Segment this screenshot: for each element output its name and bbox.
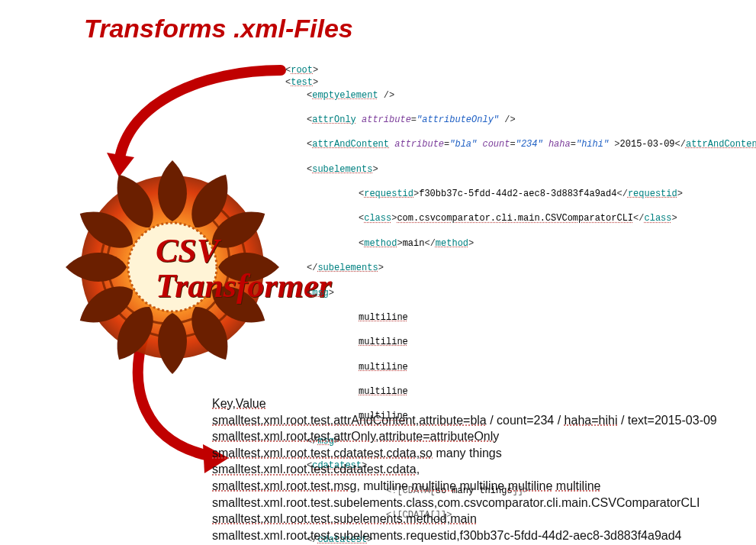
csv-text: haha=hihi bbox=[565, 414, 618, 427]
xml-tag-class: class bbox=[364, 213, 391, 224]
xml-text-multiline: multiline bbox=[359, 362, 408, 372]
csv-output-snippet: Key,Value smalltest.xml.root.test.attrAn… bbox=[212, 395, 731, 543]
csv-text: / count=234 / bbox=[487, 414, 565, 427]
xml-text: main bbox=[403, 238, 425, 249]
csv-text: / text=2015-03-09 bbox=[617, 414, 716, 427]
csv-text: multiline bbox=[456, 479, 508, 492]
logo-line1: CSV bbox=[156, 232, 219, 269]
csv-text: multiline bbox=[556, 479, 601, 492]
xml-tag-msg: msg bbox=[312, 288, 329, 298]
csv-text: multiline bbox=[411, 479, 456, 492]
xml-tag-close: requestid bbox=[628, 189, 677, 199]
xml-text: f30bb37c-5fdd-44d2-aec8-3d883f4a9ad4 bbox=[419, 189, 616, 199]
xml-attr-val: attributeOnly bbox=[422, 114, 494, 125]
xml-attr-name: haha bbox=[549, 139, 571, 150]
csv-text: multiline bbox=[508, 479, 553, 492]
csv-row: smalltest.xml.root.test.subelements.clas… bbox=[212, 496, 700, 509]
xml-tag-close: class bbox=[644, 213, 671, 224]
csv-row: smalltest.xml.root.test.subelements.requ… bbox=[212, 529, 681, 542]
csv-text: , multiline bbox=[356, 479, 411, 492]
xml-tag-method: method bbox=[364, 238, 397, 249]
xml-tag-sub: subelements bbox=[312, 164, 372, 175]
csv-row: smalltest.xml.root.test.cdatatest.cdata, bbox=[212, 463, 420, 476]
xml-tag-aac: attrAndContent bbox=[312, 139, 389, 150]
xml-text-multiline: multiline bbox=[359, 337, 408, 347]
xml-tag-close: method bbox=[436, 238, 468, 249]
xml-attr-name: attribute bbox=[362, 114, 411, 125]
xml-tag-close: subelements bbox=[317, 263, 378, 273]
xml-text: 2015-03-09 bbox=[620, 139, 675, 150]
xml-tag-root: root bbox=[291, 65, 313, 76]
csv-row: smalltest.xml.root.test.cdatatest.cdata,… bbox=[212, 447, 433, 460]
csv-row: smalltest.xml.root.test.attrOnly,attribu… bbox=[212, 430, 499, 443]
csv-row: smalltest.xml.root.test.attrAndContent,a… bbox=[212, 414, 487, 427]
xml-tag-close: attrAndContent bbox=[686, 139, 756, 150]
xml-attr-name: count bbox=[482, 139, 510, 150]
xml-attr-name: attribute bbox=[394, 139, 444, 150]
csv-transformer-logo: CSV Transformer bbox=[58, 153, 302, 382]
xml-tag-test: test bbox=[291, 77, 313, 88]
xml-attr-val: hihi bbox=[581, 139, 603, 150]
xml-attr-val: bla bbox=[455, 139, 471, 150]
xml-tag-empty: emptyelement bbox=[312, 90, 378, 101]
xml-text: com.csvcomparator.cli.main.CSVComparator… bbox=[397, 213, 633, 224]
page-title: Transforms .xml-Files bbox=[84, 14, 353, 44]
csv-row: smalltest.xml.root.test.subelements.meth… bbox=[212, 512, 477, 525]
csv-row: smalltest.xml.root.test.msg bbox=[212, 479, 356, 492]
csv-text: many things bbox=[433, 447, 502, 460]
xml-attr-val: 234 bbox=[521, 139, 538, 150]
xml-tag-attronly: attrOnly bbox=[312, 114, 356, 125]
csv-header: Key,Value bbox=[212, 397, 266, 410]
xml-text-multiline: multiline bbox=[359, 312, 408, 323]
xml-tag-requestid: requestid bbox=[364, 189, 413, 199]
